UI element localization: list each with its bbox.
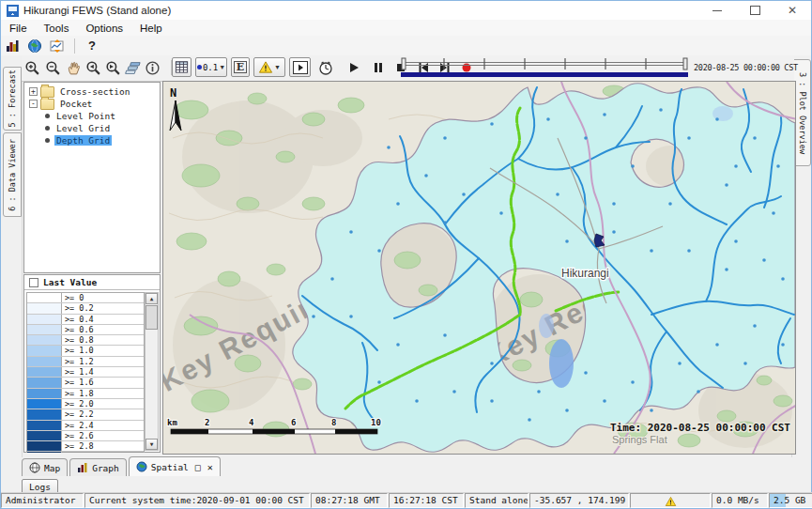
menu-file[interactable]: File [1,22,36,35]
map-display-icon[interactable] [23,37,46,54]
menu-tools[interactable]: Tools [36,22,78,35]
status-download-rate: 0.0 MB/s [712,493,768,508]
layers-icon[interactable] [125,60,142,76]
app-icon [7,5,19,17]
svg-text:10: 10 [371,418,381,427]
warning-icon [665,496,677,507]
status-mode: Stand alone [465,493,529,508]
legend-swatch [27,335,62,345]
help-icon[interactable]: ? [81,37,103,54]
animation-button[interactable] [289,57,311,77]
timeline-datetime: 2020-08-25 00:00:00 CST [694,63,793,72]
tree-item-level-grid[interactable]: Level Grid [24,122,160,134]
legend-row[interactable]: >= 2.4 [27,421,144,431]
tree-item-label: Cross-section [58,86,131,97]
labels-button[interactable]: E [231,57,250,77]
play-button[interactable] [346,60,361,75]
pause-button[interactable] [371,60,386,75]
last-value-checkbox[interactable] [29,278,38,287]
maximize-icon [750,6,760,15]
legend-row[interactable]: >= 3.0 [27,452,144,453]
legend-swatch [27,293,62,302]
legend-value: >= 0.8 [62,335,94,345]
globe-icon [136,461,147,472]
legend-row[interactable]: >= 1.0 [27,346,144,356]
timeseries-display-icon[interactable] [46,37,69,54]
reports-icon[interactable] [1,37,23,54]
status-local-time: 16:27:18 CST [389,493,464,508]
tree-item-depth-grid[interactable]: Depth Grid [24,134,160,147]
tab-forecast[interactable]: 5 : Forecast [3,67,22,131]
scroll-down-icon[interactable]: ▼ [146,439,158,450]
legend-row[interactable]: >= 0.8 [27,335,144,346]
tree-item-level-point[interactable]: Level Point [24,110,160,122]
maximize-tab-icon[interactable]: □ [195,462,201,472]
topology-tree[interactable]: + Cross-section - Pocket Level Point Lev… [23,82,161,273]
minimize-button[interactable] [698,1,736,20]
map-toolbar: 0.1▼ E ▼ [22,55,794,82]
legend-value: >= 2.8 [62,441,94,451]
legend-value: >= 0.4 [62,315,94,324]
legend-row[interactable]: >= 1.2 [27,357,144,367]
time-slider[interactable] [399,57,690,79]
legend-row[interactable]: >= 1.4 [27,367,144,378]
legend-scrollbar[interactable]: ▲ ▼ [145,292,159,451]
scroll-up-icon[interactable]: ▲ [146,293,158,304]
legend-row[interactable]: >= 0.2 [27,303,144,314]
warnings-dropdown[interactable]: ▼ [253,57,285,77]
scroll-thumb[interactable] [146,305,158,330]
zoom-in-icon[interactable] [24,60,41,76]
legend-value: >= 2.6 [62,431,94,440]
label-glyph: E [234,61,247,73]
legend-table: >= 0 >= 0.2 >= 0.4 >= 0.6 [26,292,145,453]
legend-swatch [27,315,62,324]
tab-data-viewer[interactable]: 6 : Data Viewer [3,132,22,217]
close-button[interactable]: ✕ [774,1,811,20]
tab-graph[interactable]: Graph [69,458,127,476]
legend-row[interactable]: >= 2.6 [27,431,144,441]
legend-header: Last Value [24,275,160,290]
title-bar: Hikurangi FEWS (Stand alone) ✕ [1,1,811,21]
zoom-previous-icon[interactable] [85,60,102,76]
legend-value: >= 0.6 [62,325,94,334]
menu-options[interactable]: Options [77,22,131,35]
legend-swatch [27,325,62,334]
info-icon[interactable] [145,60,161,76]
close-icon: ✕ [788,5,797,16]
status-warning[interactable] [630,493,711,508]
zoom-next-icon[interactable] [105,60,122,76]
legend-row[interactable]: >= 0 [27,293,144,303]
legend-row[interactable]: >= 2.0 [27,399,144,409]
legend-value: >= 0.2 [62,303,94,313]
legend-row[interactable]: >= 1.6 [27,378,144,388]
app-window: Hikurangi FEWS (Stand alone) ✕ File Tool… [0,0,812,509]
expand-icon[interactable]: + [29,87,38,96]
grid-display-button[interactable] [172,57,192,77]
warning-icon [258,60,273,74]
collapse-icon[interactable]: - [29,100,38,108]
legend-row[interactable]: >= 2.8 [27,441,144,452]
maximize-button[interactable] [736,1,774,20]
tab-map[interactable]: Map [22,458,68,476]
legend-row[interactable]: >= 2.2 [27,409,144,420]
menu-help[interactable]: Help [131,22,171,35]
legend-swatch [27,367,62,377]
zoom-out-icon[interactable] [45,60,62,76]
tab-spatial[interactable]: Spatial □ ✕ [129,456,221,476]
chevron-down-icon: ▼ [219,64,225,70]
bar-chart-icon [77,462,88,473]
contour-threshold-dropdown[interactable]: 0.1▼ [195,57,227,77]
legend-row[interactable]: >= 0.6 [27,325,144,335]
tree-item-pocket[interactable]: - Pocket [24,98,160,110]
status-gmt-time: 08:27:18 GMT [311,493,388,508]
legend-row[interactable]: >= 1.8 [27,389,144,399]
close-tab-icon[interactable]: ✕ [207,462,213,472]
legend-value: >= 1.8 [62,389,94,398]
map-canvas[interactable]: API Key Required API Key Required H [162,81,796,455]
timer-icon[interactable] [317,59,334,75]
legend-swatch [27,399,62,409]
legend-row[interactable]: >= 0.4 [27,315,144,325]
legend-swatch [27,357,62,366]
pan-hand-icon[interactable] [66,60,83,76]
legend-value: >= 1.2 [62,357,94,366]
